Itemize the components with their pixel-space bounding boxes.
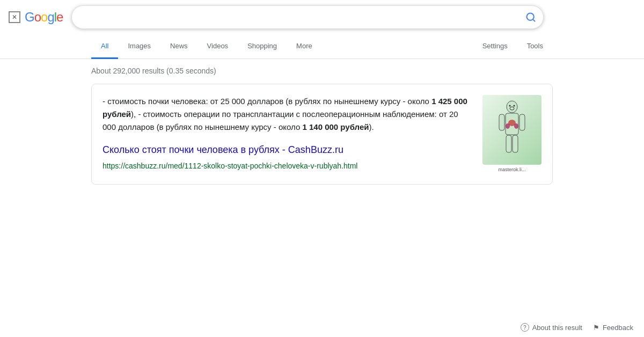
search-bar: сколько стоит почка [71, 5, 544, 29]
result-url: https://cashbuzz.ru/med/1112-skolko-stoy… [103, 160, 472, 172]
tab-settings[interactable]: Settings [473, 34, 517, 59]
featured-snippet-body: - стоимость почки человека: от 25 000 до… [103, 95, 472, 134]
featured-image[interactable] [482, 95, 541, 165]
feedback-button[interactable]: ⚑ Feedback [593, 324, 633, 332]
search-button[interactable] [525, 12, 536, 23]
tab-videos[interactable]: Videos [197, 34, 238, 59]
search-input[interactable]: сколько стоит почка [71, 5, 544, 29]
nav-tabs: All Images News Videos Shopping More Set… [0, 34, 644, 59]
about-icon: ? [521, 323, 529, 332]
image-caption: masterok.li... [482, 167, 541, 173]
header: ✕ Google сколько стоит почка [0, 0, 644, 34]
results-count: About 292,000 results (0.35 seconds) [91, 59, 553, 84]
bottom-bar: ? About this result ⚑ Feedback [521, 323, 633, 332]
main-content: About 292,000 results (0.35 seconds) - с… [0, 59, 644, 185]
google-logo: Google [25, 10, 63, 25]
svg-point-9 [506, 123, 510, 129]
tab-all[interactable]: All [91, 34, 118, 59]
svg-point-12 [514, 105, 515, 107]
tab-more[interactable]: More [287, 34, 322, 59]
result-link-area: Сколько стоят почки человека в рублях - … [103, 142, 472, 172]
result-title-link[interactable]: Сколько стоят почки человека в рублях - … [103, 142, 472, 158]
featured-image-area: masterok.li... [482, 95, 541, 173]
svg-rect-5 [519, 114, 525, 130]
svg-rect-4 [499, 114, 504, 130]
nav-right: Settings Tools [473, 34, 553, 58]
featured-text: - стоимость почки человека: от 25 000 до… [103, 95, 472, 173]
search-icon [525, 12, 536, 23]
tab-images[interactable]: Images [118, 34, 160, 59]
svg-rect-7 [513, 135, 518, 152]
svg-point-10 [514, 123, 518, 129]
svg-rect-6 [506, 135, 511, 152]
tab-shopping[interactable]: Shopping [238, 34, 287, 59]
featured-snippet-card: - стоимость почки человека: от 25 000 до… [91, 84, 553, 185]
feedback-label: Feedback [603, 324, 633, 332]
feedback-icon: ⚑ [593, 324, 599, 332]
tab-tools[interactable]: Tools [517, 34, 553, 59]
about-result-label: About this result [532, 324, 582, 332]
logo-area: ✕ Google [9, 10, 63, 25]
svg-line-1 [533, 19, 535, 21]
tab-news[interactable]: News [160, 34, 197, 59]
svg-point-11 [509, 105, 511, 107]
nav-left: All Images News Videos Shopping More [91, 34, 473, 58]
about-result-button[interactable]: ? About this result [521, 323, 582, 332]
google-favicon-icon: ✕ [9, 11, 20, 23]
body-illustration-icon [496, 100, 528, 159]
